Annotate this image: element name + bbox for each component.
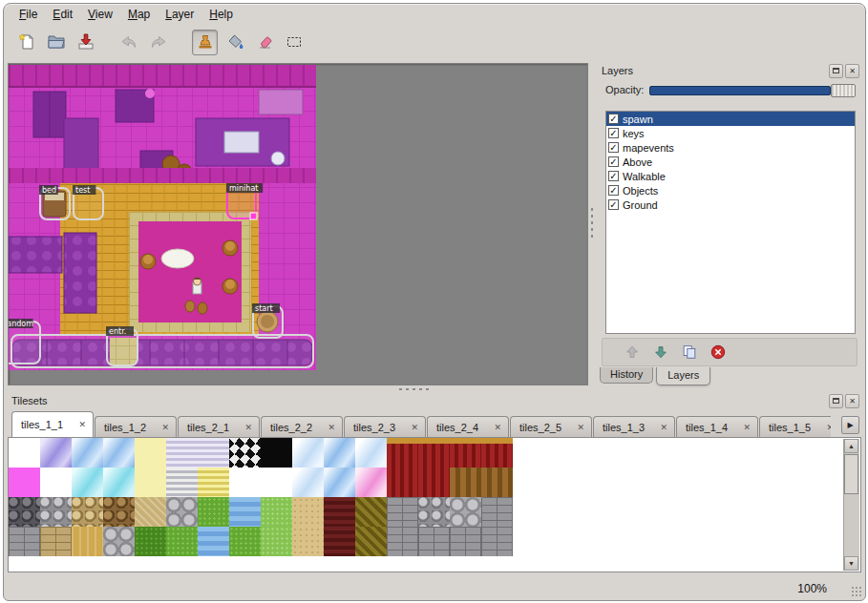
tileset-tile[interactable] bbox=[450, 468, 481, 497]
tileset-tile[interactable] bbox=[229, 527, 261, 556]
tileset-tile[interactable] bbox=[198, 438, 229, 468]
tileset-tile[interactable] bbox=[166, 438, 198, 468]
tab-close-icon[interactable]: ✕ bbox=[77, 420, 87, 429]
tileset-tile[interactable] bbox=[72, 468, 103, 497]
stamp-tool-button[interactable] bbox=[192, 30, 218, 55]
tileset-tab-tiles_1_5[interactable]: tiles_1_5✕ bbox=[759, 416, 831, 437]
fill-tool-button[interactable] bbox=[222, 30, 247, 55]
float-panel-button[interactable] bbox=[829, 64, 843, 78]
tileset-tile[interactable] bbox=[166, 497, 198, 527]
tileset-tile[interactable] bbox=[40, 497, 72, 527]
tileset-tile[interactable] bbox=[355, 527, 387, 556]
tileset-tile[interactable] bbox=[418, 527, 450, 556]
tileset-tile[interactable] bbox=[261, 497, 292, 527]
layer-row[interactable]: ✓Ground bbox=[606, 198, 855, 212]
menu-layer[interactable]: Layer bbox=[158, 6, 201, 23]
tileset-tab-tiles_2_1[interactable]: tiles_2_1✕ bbox=[178, 416, 260, 437]
layer-row[interactable]: ✓mapevents bbox=[606, 140, 855, 155]
tileset-tile[interactable] bbox=[292, 438, 324, 468]
tileset-tile[interactable] bbox=[355, 497, 387, 527]
raise-layer-button[interactable] bbox=[622, 342, 643, 363]
tileset-tile[interactable] bbox=[387, 438, 418, 468]
tab-close-icon[interactable]: ✕ bbox=[493, 423, 502, 432]
duplicate-layer-button[interactable] bbox=[679, 342, 700, 363]
tab-close-icon[interactable]: ✕ bbox=[742, 423, 752, 432]
menu-help[interactable]: Help bbox=[201, 6, 241, 23]
tileset-tile[interactable] bbox=[418, 438, 450, 468]
tileset-tab-tiles_1_1[interactable]: tiles_1_1✕ bbox=[11, 411, 94, 437]
tileset-tile[interactable] bbox=[9, 527, 40, 556]
menu-file[interactable]: File bbox=[11, 6, 45, 23]
tileset-tile[interactable] bbox=[229, 438, 261, 468]
layer-visibility-checkbox[interactable]: ✓ bbox=[608, 114, 619, 124]
tab-close-icon[interactable]: ✕ bbox=[160, 423, 170, 432]
close-panel-button[interactable]: ✕ bbox=[845, 64, 859, 78]
panel-tab-layers[interactable]: Layers bbox=[656, 367, 710, 385]
tileset-tile[interactable] bbox=[387, 527, 418, 556]
lower-layer-button[interactable] bbox=[650, 342, 671, 363]
layer-visibility-checkbox[interactable]: ✓ bbox=[608, 185, 619, 196]
delete-layer-button[interactable] bbox=[708, 342, 729, 363]
layer-row[interactable]: ✓Walkable bbox=[606, 169, 855, 183]
tileset-tile[interactable] bbox=[292, 527, 324, 556]
horizontal-splitter[interactable] bbox=[4, 385, 865, 393]
menu-map[interactable]: Map bbox=[120, 6, 158, 23]
undo-button[interactable] bbox=[116, 30, 141, 55]
tileset-tile[interactable] bbox=[261, 468, 292, 497]
tileset-tile[interactable] bbox=[9, 468, 40, 497]
tab-close-icon[interactable]: ✕ bbox=[243, 423, 253, 432]
tileset-tile[interactable] bbox=[103, 468, 135, 497]
tileset-tab-tiles_2_2[interactable]: tiles_2_2✕ bbox=[261, 416, 343, 437]
tileset-tile[interactable] bbox=[481, 527, 513, 556]
layer-visibility-checkbox[interactable]: ✓ bbox=[608, 142, 619, 153]
tileset-tab-tiles_1_3[interactable]: tiles_1_3✕ bbox=[593, 416, 675, 437]
tileset-tile[interactable] bbox=[72, 497, 103, 527]
tileset-tile[interactable] bbox=[135, 468, 166, 497]
tileset-tile[interactable] bbox=[103, 527, 135, 556]
scroll-up-button[interactable]: ▲ bbox=[844, 439, 858, 453]
tileset-tab-tiles_2_5[interactable]: tiles_2_5✕ bbox=[510, 416, 592, 437]
layer-visibility-checkbox[interactable]: ✓ bbox=[608, 171, 619, 181]
panel-tab-history[interactable]: History bbox=[600, 367, 653, 384]
opacity-slider-handle[interactable] bbox=[831, 84, 856, 97]
tileset-tile[interactable] bbox=[72, 527, 103, 556]
tileset-tile[interactable] bbox=[481, 438, 513, 468]
tileset-tile[interactable] bbox=[40, 527, 72, 556]
tileset-tile[interactable] bbox=[72, 438, 103, 468]
tileset-tile[interactable] bbox=[481, 468, 513, 497]
tileset-tile[interactable] bbox=[261, 527, 292, 556]
tileset-tile[interactable] bbox=[198, 497, 229, 527]
tileset-tile[interactable] bbox=[9, 438, 40, 468]
rect-select-tool-button[interactable] bbox=[281, 30, 307, 55]
redo-button[interactable] bbox=[145, 30, 171, 55]
tileset-tile[interactable] bbox=[292, 468, 324, 497]
map-canvas[interactable]: bedtestminihatrandomentr.start bbox=[9, 65, 316, 370]
tileset-tile[interactable] bbox=[135, 497, 166, 527]
layer-row[interactable]: ✓Above bbox=[606, 155, 855, 169]
tileset-tile[interactable] bbox=[324, 438, 355, 468]
layer-row[interactable]: ✓spawn bbox=[606, 112, 855, 126]
open-button[interactable] bbox=[43, 30, 69, 55]
tileset-tile[interactable] bbox=[481, 497, 513, 527]
tab-close-icon[interactable]: ✕ bbox=[576, 423, 585, 432]
float-panel-button[interactable] bbox=[829, 394, 843, 408]
tileset-tile[interactable] bbox=[355, 438, 387, 468]
tileset-tile[interactable] bbox=[103, 438, 135, 468]
scroll-down-button[interactable]: ▼ bbox=[844, 556, 858, 571]
tileset-tile[interactable] bbox=[166, 468, 198, 497]
tileset-tile[interactable] bbox=[135, 527, 166, 556]
tileset-tile[interactable] bbox=[198, 527, 229, 556]
tileset-tab-tiles_1_2[interactable]: tiles_1_2✕ bbox=[95, 416, 177, 437]
layer-visibility-checkbox[interactable]: ✓ bbox=[608, 156, 619, 167]
tab-close-icon[interactable]: ✕ bbox=[659, 423, 668, 432]
tab-scroll-right-button[interactable]: ▶ bbox=[841, 416, 859, 434]
vertical-splitter[interactable] bbox=[588, 63, 596, 385]
tileset-tile[interactable] bbox=[450, 527, 481, 556]
tileset-tile[interactable] bbox=[198, 468, 229, 497]
tileset-tab-tiles_1_4[interactable]: tiles_1_4✕ bbox=[676, 416, 758, 437]
layer-visibility-checkbox[interactable]: ✓ bbox=[608, 128, 619, 138]
map-object[interactable] bbox=[11, 335, 313, 367]
tileset-tile[interactable] bbox=[292, 497, 324, 527]
tileset-tile[interactable] bbox=[103, 497, 135, 527]
tileset-tile[interactable] bbox=[387, 497, 418, 527]
